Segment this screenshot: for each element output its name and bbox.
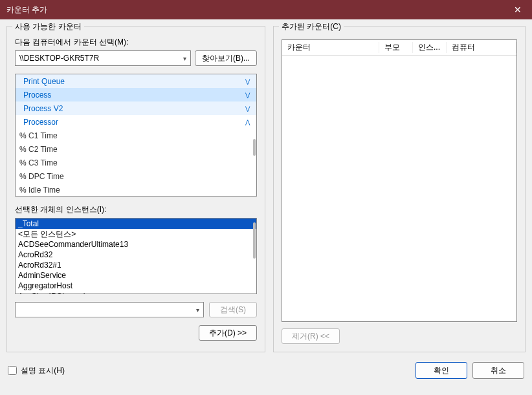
- added-counters-table[interactable]: 카운터 부모 인스... 컴퓨터: [282, 39, 517, 322]
- chevron-down-icon: ⋁: [245, 92, 250, 98]
- chevron-down-icon: ⋁: [245, 78, 250, 85]
- list-item[interactable]: AggregatorHost: [16, 281, 256, 291]
- show-description-input[interactable]: [8, 366, 17, 375]
- instances-list[interactable]: _Total<모든 인스턴스>ACDSeeCommanderUltimate13…: [15, 218, 257, 294]
- computer-select-label: 다음 컴퓨터에서 카운터 선택(M):: [15, 37, 257, 48]
- chevron-up-icon: ⋀: [245, 119, 250, 125]
- tree-leaf[interactable]: % C1 Time: [16, 129, 256, 142]
- tree-group[interactable]: Process⋁: [16, 88, 256, 101]
- search-combo[interactable]: ▾: [15, 302, 204, 317]
- list-item[interactable]: AcroRd32#1: [16, 260, 256, 270]
- tree-group[interactable]: Print Queue⋁: [16, 74, 256, 88]
- search-button[interactable]: 검색(S): [209, 302, 257, 317]
- available-counters-group: 사용 가능한 카운터 다음 컴퓨터에서 카운터 선택(M): \\DESKTOP…: [6, 26, 265, 352]
- window-title: 카운터 추가: [6, 5, 47, 16]
- ok-button[interactable]: 확인: [416, 362, 467, 379]
- scrollbar-thumb[interactable]: [253, 222, 256, 259]
- header-instance[interactable]: 인스...: [413, 42, 447, 53]
- show-description-checkbox[interactable]: 설명 표시(H): [8, 365, 65, 376]
- content-area: 사용 가능한 카운터 다음 컴퓨터에서 카운터 선택(M): \\DESKTOP…: [0, 19, 532, 359]
- chevron-down-icon: ▾: [183, 55, 186, 62]
- remove-button[interactable]: 제거(R) <<: [282, 328, 340, 344]
- header-counter[interactable]: 카운터: [282, 42, 379, 53]
- available-counters-legend: 사용 가능한 카운터: [12, 21, 84, 32]
- added-counters-legend: 추가된 카운터(C): [279, 21, 344, 32]
- add-button[interactable]: 추가(D) >>: [199, 325, 257, 341]
- cancel-button[interactable]: 취소: [472, 362, 524, 379]
- header-parent[interactable]: 부모: [379, 42, 413, 53]
- show-description-label: 설명 표시(H): [21, 365, 65, 376]
- tree-leaf[interactable]: % DPC Time: [16, 169, 256, 183]
- chevron-down-icon: ⋁: [245, 105, 250, 112]
- computer-combo[interactable]: \\DESKTOP-GKR5T7R ▾: [15, 50, 191, 66]
- table-header: 카운터 부모 인스... 컴퓨터: [282, 40, 516, 56]
- computer-combo-value: \\DESKTOP-GKR5T7R: [19, 54, 99, 63]
- added-counters-group: 추가된 카운터(C) 카운터 부모 인스... 컴퓨터 제거(R) <<: [273, 26, 526, 352]
- list-item[interactable]: <모든 인스턴스>: [16, 229, 256, 239]
- chevron-down-icon: ▾: [196, 306, 199, 314]
- titlebar: 카운터 추가 ✕: [0, 0, 532, 19]
- scrollbar-thumb[interactable]: [253, 139, 256, 156]
- close-icon[interactable]: ✕: [503, 0, 532, 19]
- instances-label: 선택한 개체의 인스턴스(I):: [15, 204, 257, 215]
- tree-group[interactable]: Process V2⋁: [16, 101, 256, 115]
- list-item[interactable]: AdminService: [16, 270, 256, 281]
- counters-tree[interactable]: Print Queue⋁Process⋁Process V2⋁Processor…: [15, 74, 257, 197]
- list-item[interactable]: AnySign4PCLauncher: [16, 291, 256, 294]
- list-item[interactable]: ACDSeeCommanderUltimate13: [16, 239, 256, 250]
- list-item[interactable]: AcroRd32: [16, 250, 256, 260]
- tree-leaf[interactable]: % C3 Time: [16, 156, 256, 169]
- bottom-bar: 설명 표시(H) 확인 취소: [0, 359, 532, 382]
- list-item[interactable]: _Total: [16, 219, 256, 229]
- tree-group[interactable]: Processor⋀: [16, 115, 256, 129]
- tree-leaf[interactable]: % C2 Time: [16, 142, 256, 156]
- tree-leaf[interactable]: % Idle Time: [16, 183, 256, 197]
- browse-button[interactable]: 찾아보기(B)...: [195, 50, 257, 66]
- header-computer[interactable]: 컴퓨터: [447, 42, 516, 53]
